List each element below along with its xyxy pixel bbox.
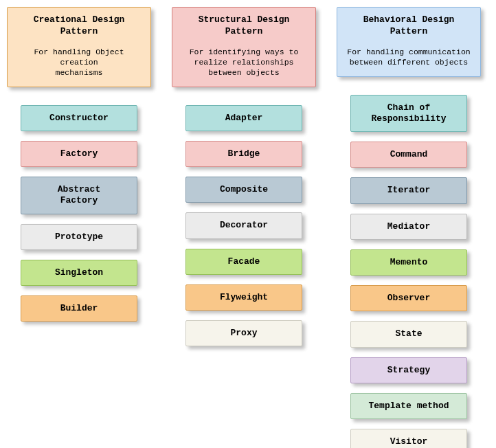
pattern-composite: Composite [185, 177, 302, 203]
header-title-creational: Creational Design Pattern [13, 14, 145, 38]
column-creational: Creational Design Pattern For handling O… [7, 7, 151, 322]
pattern-mediator: Mediator [350, 214, 467, 240]
column-structural: Structural Design Pattern For identifyin… [172, 7, 316, 346]
header-behavioral: Behavioral Design Pattern For handling c… [337, 7, 481, 77]
pattern-command: Command [350, 142, 467, 168]
header-creational: Creational Design Pattern For handling O… [7, 7, 151, 87]
pattern-constructor: Constructor [21, 105, 137, 131]
pattern-prototype: Prototype [21, 224, 137, 250]
header-desc-creational: For handling Object creation mechanisms [13, 47, 145, 78]
pattern-abstract-factory: Abstract Factory [21, 177, 137, 214]
pattern-visitor: Visitor [350, 429, 467, 448]
header-desc-behavioral: For handling communication between diffe… [343, 47, 475, 68]
header-title-behavioral: Behavioral Design Pattern [343, 14, 475, 38]
pattern-builder: Builder [21, 295, 137, 322]
header-title-structural: Structural Design Pattern [178, 14, 310, 38]
pattern-flyweight: Flyweight [185, 284, 302, 311]
pattern-template-method: Template method [350, 393, 467, 419]
pattern-strategy: Strategy [350, 357, 467, 383]
pattern-bridge: Bridge [185, 141, 302, 167]
pattern-memento: Memento [350, 249, 467, 276]
columns-container: Creational Design Pattern For handling O… [7, 7, 489, 448]
pattern-decorator: Decorator [185, 212, 302, 238]
pattern-iterator: Iterator [350, 177, 467, 203]
header-desc-structural: For identifying ways to realize relation… [178, 47, 310, 78]
pattern-proxy: Proxy [185, 320, 302, 346]
pattern-facade: Facade [185, 249, 302, 275]
pattern-chain-of-responsibility: Chain of Responsibility [350, 95, 467, 133]
pattern-state: State [350, 321, 467, 347]
pattern-observer: Observer [350, 285, 467, 311]
header-structural: Structural Design Pattern For identifyin… [172, 7, 316, 87]
pattern-factory: Factory [21, 141, 137, 167]
pattern-singleton: Singleton [21, 260, 137, 286]
column-behavioral: Behavioral Design Pattern For handling c… [337, 7, 481, 448]
pattern-adapter: Adapter [185, 105, 302, 131]
